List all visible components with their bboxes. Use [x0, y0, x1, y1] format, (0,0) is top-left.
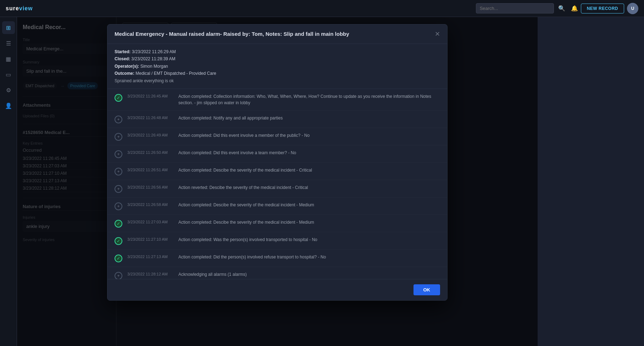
event-row: +3/23/2022 11:26:50 AMAction completed: … — [107, 145, 447, 163]
search-icon[interactable]: 🔍 — [558, 5, 565, 12]
event-time: 3/23/2022 11:26:49 AM — [127, 132, 173, 138]
event-description: Action completed: Descibe the severity o… — [178, 202, 440, 208]
check-icon: ✓ — [115, 220, 122, 228]
sidebar-item-users[interactable]: 👤 — [2, 99, 15, 112]
modal-started: 3/23/2022 11:26:29 AM — [132, 49, 176, 54]
event-log-modal: Medical Emergency - Manual raised alarm-… — [107, 24, 448, 301]
modal-close-icon[interactable]: ✕ — [435, 30, 440, 38]
modal-footer: OK — [107, 279, 447, 300]
search-input[interactable] — [476, 3, 554, 13]
event-time: 3/23/2022 11:27:13 AM — [127, 254, 173, 260]
event-description: Acknowledging all alarms (1 alarms) — [178, 271, 440, 278]
logo-text: sure — [6, 5, 19, 11]
event-description: Action completed: Notify any and all app… — [178, 115, 440, 121]
event-time: 3/23/2022 11:26:51 AM — [127, 167, 173, 173]
plus-icon: + — [115, 133, 122, 141]
main-sidebar: ⊞ ☰ ▦ ▭ ⚙ 👤 — [0, 17, 17, 346]
event-time: 3/23/2022 11:26:45 AM — [127, 93, 173, 99]
modal-events-list: ✓3/23/2022 11:26:45 AMAction completed: … — [107, 89, 447, 279]
plus-icon: + — [115, 185, 122, 193]
event-description: Action completed: Descibe the severity o… — [178, 167, 440, 173]
event-row: +3/23/2022 11:26:58 AMAction completed: … — [107, 197, 447, 215]
modal-closed: 3/23/2022 11:28:39 AM — [131, 56, 175, 61]
event-row: ✓3/23/2022 11:27:03 AMAction completed: … — [107, 215, 447, 232]
event-row: ✓3/23/2022 11:26:45 AMAction completed: … — [107, 89, 447, 111]
event-row: +3/23/2022 11:28:12 AMAcknowledging all … — [107, 267, 447, 279]
sidebar-item-list[interactable]: ☰ — [2, 37, 15, 50]
event-row: +3/23/2022 11:26:51 AMAction completed: … — [107, 163, 447, 180]
event-time: 3/23/2022 11:26:50 AM — [127, 150, 173, 156]
event-row: ✓3/23/2022 11:27:10 AMAction completed: … — [107, 232, 447, 250]
modal-outcome: Medical / EMT Dispatched - Provided Care — [135, 71, 216, 76]
sidebar-item-settings[interactable]: ⚙ — [2, 84, 15, 96]
modal-notes: Sprained ankle everything is ok — [115, 77, 440, 84]
event-time: 3/23/2022 11:26:58 AM — [127, 202, 173, 208]
event-time: 3/23/2022 11:27:10 AM — [127, 236, 173, 242]
event-description: Action completed: Did this event involve… — [178, 150, 440, 156]
sidebar-item-chart[interactable]: ▦ — [2, 52, 15, 65]
event-description: Action reverted: Descibe the severity of… — [178, 184, 440, 191]
app-logo: sureview — [6, 5, 33, 12]
notifications-icon[interactable]: 🔔 — [571, 5, 578, 12]
plus-icon: + — [115, 168, 122, 175]
new-record-button[interactable]: NEW RECORD — [581, 4, 624, 13]
event-row: +3/23/2022 11:26:49 AMAction completed: … — [107, 128, 447, 145]
check-icon: ✓ — [115, 237, 122, 245]
plus-icon: + — [115, 202, 122, 210]
event-description: Action completed: Collection information… — [178, 93, 440, 106]
event-description: Action completed: Did the person(s) invo… — [178, 254, 440, 260]
sidebar-item-dashboard[interactable]: ⊞ — [2, 21, 15, 34]
event-time: 3/23/2022 11:27:03 AM — [127, 219, 173, 225]
user-avatar[interactable]: U — [627, 3, 638, 14]
event-row: ✓3/23/2022 11:27:13 AMAction completed: … — [107, 250, 447, 267]
plus-icon: + — [115, 272, 122, 279]
sidebar-item-calendar[interactable]: ▭ — [2, 68, 15, 81]
modal-header: Medical Emergency - Manual raised alarm-… — [107, 24, 447, 44]
event-description: Action completed: Did this event involve… — [178, 132, 440, 139]
modal-meta: Started: 3/23/2022 11:26:29 AM Closed: 3… — [107, 44, 447, 89]
check-icon: ✓ — [115, 94, 122, 102]
check-icon: ✓ — [115, 255, 122, 262]
modal-overlay: Medical Emergency - Manual raised alarm-… — [17, 17, 538, 346]
event-description: Action completed: Descibe the severity o… — [178, 219, 440, 225]
main-content: Medical Recor... Title Medical Emerge...… — [17, 17, 644, 346]
event-row: +3/23/2022 11:26:56 AMAction reverted: D… — [107, 180, 447, 197]
event-time: 3/23/2022 11:26:56 AM — [127, 184, 173, 190]
event-time: 3/23/2022 11:26:48 AM — [127, 115, 173, 121]
top-navigation: sureview 🔍 🔔 NEW RECORD U — [0, 0, 644, 17]
modal-title: Medical Emergency - Manual raised alarm-… — [115, 30, 431, 38]
modal-operator: Simon Morgan — [140, 64, 168, 69]
event-description: Action completed: Was the person(s) invo… — [178, 236, 440, 243]
plus-icon: + — [115, 116, 122, 123]
event-row: +3/23/2022 11:26:48 AMAction completed: … — [107, 111, 447, 128]
plus-icon: + — [115, 150, 122, 158]
event-time: 3/23/2022 11:28:12 AM — [127, 271, 173, 277]
ok-button[interactable]: OK — [413, 284, 440, 295]
